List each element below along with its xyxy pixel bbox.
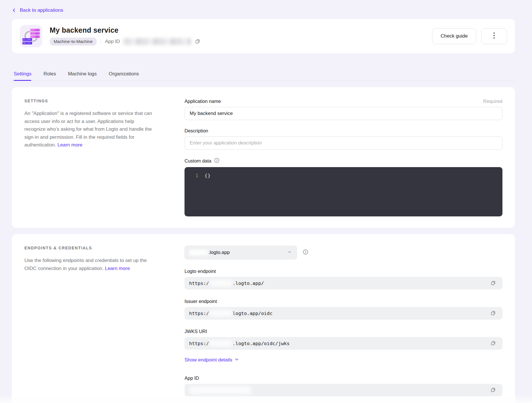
app-id-field xyxy=(185,384,502,396)
url-prefix: https:/ xyxy=(189,341,209,346)
app-id-label: App ID xyxy=(105,39,120,44)
copy-jwks-uri-button[interactable] xyxy=(489,339,497,348)
url-redacted-segment xyxy=(210,340,232,347)
chevron-down-icon xyxy=(235,357,239,363)
logto-endpoint-field: https:/ .logto.app/ xyxy=(185,277,502,289)
code-line: 1 {} xyxy=(185,173,502,178)
settings-learn-more-link[interactable]: Learn more xyxy=(57,142,82,148)
endpoints-description-column: ENDPOINTS & CREDENTIALS Use the followin… xyxy=(24,246,156,272)
code-text: {} xyxy=(205,173,211,178)
app-id-group: App ID xyxy=(185,375,502,396)
chevron-left-icon xyxy=(12,8,16,13)
custom-data-label-row: Custom data xyxy=(185,158,502,164)
jwks-uri-label: JWKS URI xyxy=(185,329,207,334)
copy-app-id-value-button[interactable] xyxy=(489,386,497,395)
issuer-endpoint-label: Issuer endpoint xyxy=(185,299,217,304)
kebab-icon xyxy=(493,32,495,40)
url-prefix: https:/ xyxy=(189,311,209,316)
machine-to-machine-app-icon xyxy=(20,25,42,47)
active-tab-indicator xyxy=(14,80,31,81)
settings-card: SETTINGS An "Application" is a registere… xyxy=(12,87,515,228)
domain-select[interactable]: .logto.app xyxy=(185,246,297,259)
tab-settings-label: Settings xyxy=(14,71,31,77)
logto-endpoint-group: Logto endpoint https:/ .logto.app/ xyxy=(185,269,502,289)
back-to-applications-link[interactable]: Back to applications xyxy=(12,7,63,13)
tab-roles[interactable]: Roles xyxy=(43,71,56,81)
endpoints-learn-more-link[interactable]: Learn more xyxy=(105,266,130,271)
tab-machine-logs[interactable]: Machine logs xyxy=(68,71,97,81)
custom-data-label-text: Custom data xyxy=(185,158,211,164)
url-suffix: logto.app/oidc xyxy=(233,311,273,316)
url-redacted-segment xyxy=(210,280,232,287)
application-name-label-row: Application name Required xyxy=(185,99,502,104)
endpoints-card: ENDPOINTS & CREDENTIALS Use the followin… xyxy=(12,234,515,403)
copy-icon xyxy=(490,280,496,287)
copy-app-id-button[interactable] xyxy=(193,37,202,46)
description-label-row: Description xyxy=(185,128,502,134)
url-prefix: https:/ xyxy=(189,281,209,286)
page-title: My backend service xyxy=(50,26,202,34)
description-input[interactable] xyxy=(185,136,502,150)
settings-section-heading: SETTINGS xyxy=(24,99,156,103)
tab-organizations[interactable]: Organizations xyxy=(109,71,139,81)
required-indicator: Required xyxy=(483,99,502,104)
copy-icon xyxy=(195,38,201,45)
tab-machine-logs-label: Machine logs xyxy=(68,71,97,77)
logto-endpoint-label: Logto endpoint xyxy=(185,269,216,274)
info-icon[interactable] xyxy=(214,158,220,164)
description-label: Description xyxy=(185,128,208,134)
app-type-badge: Machine-to-Machine xyxy=(50,38,97,46)
custom-data-editor[interactable]: 1 {} xyxy=(185,167,502,216)
header-actions: Check guide xyxy=(432,28,507,44)
url-suffix: .logto.app/ xyxy=(233,281,264,286)
description-group: Description xyxy=(185,128,502,150)
endpoints-section-description: Use the following endpoints and credenti… xyxy=(24,257,156,272)
show-details-label: Show endpoint details xyxy=(185,357,232,363)
app-id-field-label: App ID xyxy=(185,375,199,381)
app-id-redacted-value xyxy=(190,386,251,394)
url-suffix: .logto.app/oidc/jwks xyxy=(233,341,290,346)
tab-organizations-label: Organizations xyxy=(109,71,139,77)
application-name-group: Application name Required xyxy=(185,99,502,120)
back-link-label: Back to applications xyxy=(20,7,63,13)
custom-data-group: Custom data 1 {} xyxy=(185,158,502,216)
jwks-uri-group: JWKS URI https:/ .logto.app/oidc/jwks xyxy=(185,329,502,350)
more-actions-button[interactable] xyxy=(481,28,507,44)
line-number: 1 xyxy=(185,173,198,178)
tab-roles-label: Roles xyxy=(43,71,56,77)
domain-select-value: .logto.app xyxy=(208,250,230,255)
url-redacted-segment xyxy=(210,310,232,317)
jwks-uri-field: https:/ .logto.app/oidc/jwks xyxy=(185,337,502,350)
app-header-card: My backend service Machine-to-Machine Ap… xyxy=(12,19,515,53)
check-guide-button[interactable]: Check guide xyxy=(432,28,476,44)
copy-icon xyxy=(490,387,496,394)
domain-redacted-prefix xyxy=(189,250,208,255)
app-meta-row: Machine-to-Machine App ID xyxy=(50,37,202,46)
endpoints-form-column: .logto.app Logto endpoint xyxy=(185,246,502,396)
copy-issuer-endpoint-button[interactable] xyxy=(489,309,497,318)
settings-description-text: An "Application" is a registered softwar… xyxy=(24,111,152,148)
issuer-endpoint-field: https:/ logto.app/oidc xyxy=(185,307,502,320)
show-endpoint-details-link[interactable]: Show endpoint details xyxy=(185,357,239,363)
app-header-text: My backend service Machine-to-Machine Ap… xyxy=(50,26,202,46)
domain-info-icon[interactable] xyxy=(303,249,308,256)
copy-icon xyxy=(490,340,496,347)
tab-settings[interactable]: Settings xyxy=(14,71,31,81)
issuer-endpoint-group: Issuer endpoint https:/ logto.app/oidc xyxy=(185,299,502,320)
settings-section-description: An "Application" is a registered softwar… xyxy=(24,109,156,149)
application-name-input[interactable] xyxy=(185,107,502,120)
app-id-redacted-value xyxy=(123,38,191,45)
chevron-down-icon xyxy=(287,249,292,256)
endpoints-section-heading: ENDPOINTS & CREDENTIALS xyxy=(24,246,156,250)
copy-icon xyxy=(490,310,496,317)
application-name-label: Application name xyxy=(185,99,221,104)
tab-bar: Settings Roles Machine logs Organization… xyxy=(12,71,515,81)
settings-form-column: Application name Required Description Cu… xyxy=(185,99,502,216)
domain-row: .logto.app xyxy=(185,246,502,259)
page: Back to applications xyxy=(12,0,515,403)
vertical-divider xyxy=(101,39,101,44)
settings-description-column: SETTINGS An "Application" is a registere… xyxy=(24,99,156,149)
copy-logto-endpoint-button[interactable] xyxy=(489,279,497,288)
custom-data-label: Custom data xyxy=(185,158,220,164)
